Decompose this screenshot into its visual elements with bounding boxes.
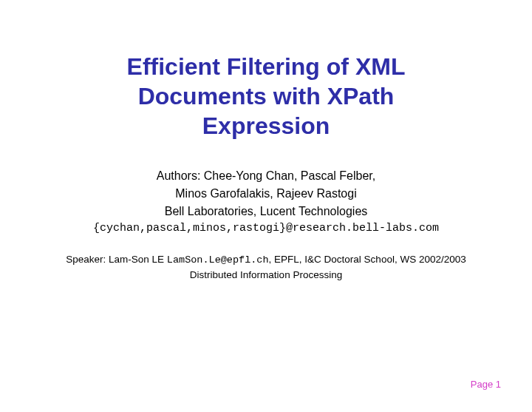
authors-line-1: Authors: Chee-Yong Chan, Pascal Felber,: [37, 167, 495, 185]
speaker-prefix: Speaker: Lam-Son LE: [66, 254, 167, 265]
slide-title: Efficient Filtering of XML Documents wit…: [37, 52, 495, 141]
title-line-2: Documents with XPath: [37, 81, 495, 111]
speaker-suffix: , EPFL, I&C Doctoral School, WS 2002/200…: [269, 254, 466, 265]
authors-line-2: Minos Garofalakis, Rajeev Rastogi: [37, 185, 495, 203]
authors-emails: {cychan,pascal,minos,rastogi}@research.b…: [37, 220, 495, 237]
slide: Efficient Filtering of XML Documents wit…: [0, 0, 532, 412]
speaker-line-2: Distributed Information Processing: [37, 268, 495, 283]
authors-block: Authors: Chee-Yong Chan, Pascal Felber, …: [37, 167, 495, 237]
title-line-3: Expression: [37, 111, 495, 141]
speaker-email: LamSon.Le@epfl.ch: [167, 254, 269, 266]
speaker-block: Speaker: Lam-Son LE LamSon.Le@epfl.ch, E…: [37, 252, 495, 283]
page-number: Page 1: [471, 379, 501, 390]
speaker-line-1: Speaker: Lam-Son LE LamSon.Le@epfl.ch, E…: [37, 252, 495, 268]
authors-affiliation: Bell Laboratories, Lucent Technologies: [37, 203, 495, 220]
title-line-1: Efficient Filtering of XML: [37, 52, 495, 81]
